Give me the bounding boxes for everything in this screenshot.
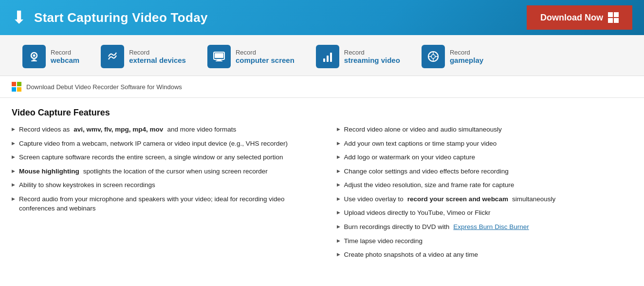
gameplay-nav-text: Record gameplay	[450, 49, 483, 64]
windows-logo	[12, 82, 21, 92]
computer-nav-text: Record computer screen	[236, 49, 294, 64]
gameplay-label-top: Record	[450, 49, 483, 56]
features-right-col: Record video alone or video and audio si…	[337, 125, 633, 264]
features-left-list: Record videos as avi, wmv, flv, mpg, mp4…	[12, 125, 308, 213]
windows-notice-bar: Download Debut Video Recorder Software f…	[0, 76, 644, 98]
header-left: ⬇ Start Capturing Video Today	[12, 9, 208, 26]
feature-right-3: Add logo or watermark on your video capt…	[337, 153, 633, 162]
svg-point-12	[431, 55, 435, 58]
express-burn-link[interactable]: Express Burn Disc Burner	[453, 222, 529, 232]
feature-left-1: Record videos as avi, wmv, flv, mpg, mp4…	[12, 125, 308, 134]
feature-right-10: Create photo snapshots of a video at any…	[337, 250, 633, 260]
computer-label-top: Record	[236, 49, 294, 56]
download-now-button[interactable]: Download Now	[527, 5, 632, 30]
nav-item-external[interactable]: Record external devices	[90, 40, 197, 76]
feature-right-4: Change color settings and video effects …	[337, 167, 633, 176]
feature-left-5: Ability to show keystrokes in screen rec…	[12, 180, 308, 190]
feature-right-2: Add your own text captions or time stamp…	[337, 139, 633, 149]
svg-rect-3	[31, 60, 37, 61]
nav-item-computer[interactable]: Record computer screen	[197, 40, 305, 76]
features-title: Video Capture Features	[12, 108, 632, 118]
feature-right-1: Record video alone or video and audio si…	[337, 125, 633, 134]
feature-right-5: Adjust the video resolution, size and fr…	[337, 180, 633, 190]
svg-rect-6	[216, 60, 222, 61]
feature-right-7: Upload videos directly to YouTube, Vimeo…	[337, 208, 633, 218]
computer-label-bottom: computer screen	[236, 56, 294, 64]
webcam-nav-text: Record webcam	[51, 49, 79, 64]
feature-left-4: Mouse highlighting spotlights the locati…	[12, 167, 308, 176]
feature-right-6: Use video overlay to record your screen …	[337, 194, 633, 204]
nav-item-gameplay[interactable]: Record gameplay	[411, 40, 494, 76]
windows-notice-text: Download Debut Video Recorder Software f…	[26, 83, 182, 91]
external-label-top: Record	[129, 49, 186, 56]
features-right-list: Record video alone or video and audio si…	[337, 125, 633, 260]
svg-rect-10	[330, 53, 332, 62]
feature-navbar: Record webcam Record external devices	[0, 35, 644, 76]
streaming-label-bottom: streaming video	[344, 56, 400, 64]
external-icon	[101, 45, 124, 68]
svg-rect-9	[327, 56, 329, 62]
feature-left-3: Screen capture software records the enti…	[12, 153, 308, 162]
gameplay-label-bottom: gameplay	[450, 56, 483, 64]
gameplay-icon	[422, 45, 445, 68]
svg-rect-8	[323, 58, 325, 62]
external-nav-text: Record external devices	[129, 49, 186, 64]
features-section: Video Capture Features Record videos as …	[0, 98, 644, 274]
download-header-icon: ⬇	[12, 9, 26, 26]
external-label-bottom: external devices	[129, 56, 186, 64]
streaming-nav-text: Record streaming video	[344, 49, 400, 64]
feature-left-6: Record audio from your microphone and sp…	[12, 194, 308, 213]
nav-item-webcam[interactable]: Record webcam	[12, 40, 90, 76]
svg-point-1	[33, 55, 36, 57]
webcam-label-bottom: webcam	[51, 56, 79, 64]
feature-right-9: Time lapse video recording	[337, 236, 633, 246]
streaming-label-top: Record	[344, 49, 400, 56]
svg-rect-7	[215, 53, 223, 58]
page-header: ⬇ Start Capturing Video Today Download N…	[0, 0, 644, 35]
feature-left-2: Capture video from a webcam, network IP …	[12, 139, 308, 149]
header-title: Start Capturing Video Today	[34, 10, 208, 25]
webcam-icon	[22, 45, 46, 68]
nav-item-streaming[interactable]: Record streaming video	[305, 40, 411, 76]
feature-right-8: Burn recordings directly to DVD with Exp…	[337, 222, 633, 232]
features-left-col: Record videos as avi, wmv, flv, mpg, mp4…	[12, 125, 308, 264]
features-grid: Record videos as avi, wmv, flv, mpg, mp4…	[12, 125, 632, 264]
streaming-icon	[316, 45, 339, 68]
windows-icon	[608, 12, 619, 23]
webcam-label-top: Record	[51, 49, 79, 56]
computer-icon	[207, 45, 231, 68]
download-btn-label: Download Now	[540, 13, 603, 23]
